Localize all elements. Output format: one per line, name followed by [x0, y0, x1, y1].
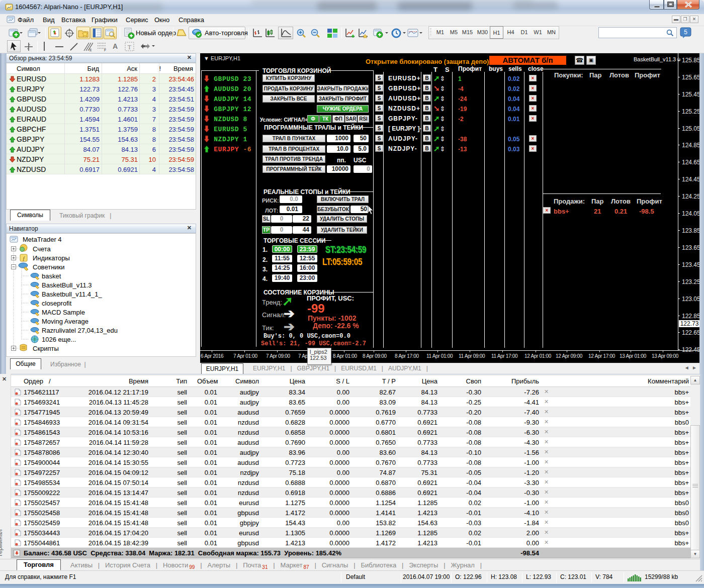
- svg-text:E: E: [90, 48, 92, 52]
- svg-text:F: F: [104, 48, 106, 52]
- svg-text:T: T: [128, 44, 132, 51]
- svg-text:5: 5: [684, 29, 687, 36]
